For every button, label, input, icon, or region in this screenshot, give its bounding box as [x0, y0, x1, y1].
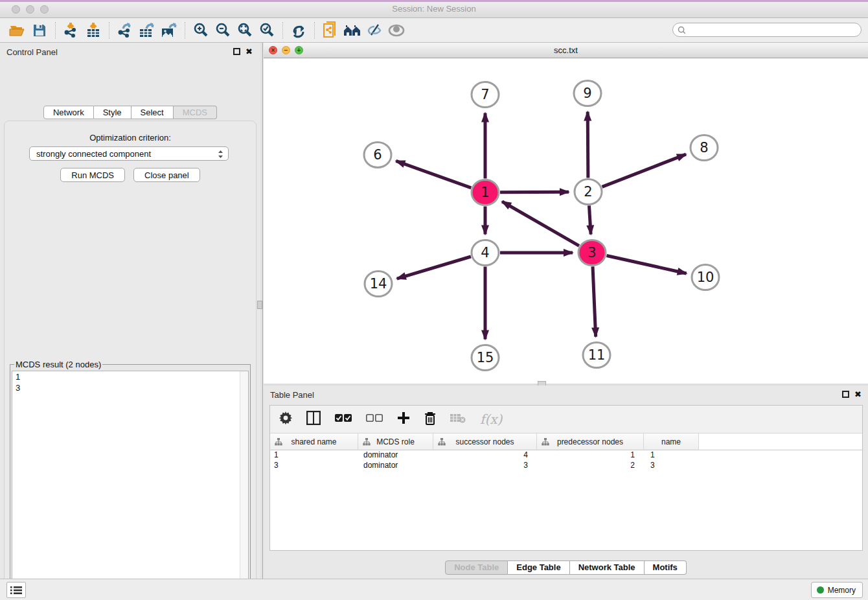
hide-graphics-icon[interactable]	[363, 21, 385, 40]
search-input[interactable]	[686, 25, 848, 34]
node-1[interactable]: 1	[472, 180, 499, 205]
cell-predecessor-nodes[interactable]: 2	[537, 461, 644, 471]
cell-name[interactable]: 1	[644, 450, 699, 461]
result-scrollbar[interactable]	[240, 371, 248, 600]
deselect-all-checkboxes-icon[interactable]	[366, 413, 383, 425]
node-15[interactable]: 15	[472, 345, 499, 371]
close-table-panel-icon[interactable]: ✖	[854, 389, 862, 399]
cell-MCDS-role[interactable]: dominator	[358, 450, 433, 461]
tab-node-table[interactable]: Node Table	[445, 560, 508, 575]
node-11[interactable]: 11	[583, 343, 610, 368]
column-header-MCDS-role[interactable]: MCDS role	[358, 433, 433, 450]
apply-layout-icon[interactable]	[288, 21, 310, 40]
dropdown-arrows-icon	[217, 149, 224, 159]
hierarchy-icon	[275, 438, 282, 446]
toolbar-separator	[282, 22, 283, 39]
node-10[interactable]: 10	[692, 265, 719, 290]
task-history-button[interactable]	[6, 582, 26, 598]
node-4[interactable]: 4	[472, 240, 499, 266]
vertical-splitter[interactable]	[260, 43, 263, 579]
edge-3-1[interactable]	[502, 202, 579, 246]
node-6[interactable]: 6	[364, 143, 391, 168]
cell-shared-name[interactable]: 3	[270, 461, 358, 471]
network-graph[interactable]: 7968124314101511	[264, 58, 868, 384]
criterion-dropdown[interactable]: strongly connected component	[29, 146, 229, 161]
edge-1-6[interactable]	[396, 161, 471, 188]
table-panel: Table Panel ✖	[264, 386, 868, 575]
float-panel-icon[interactable]	[233, 48, 240, 55]
control-panel-tabs: NetworkStyleSelectMCDS	[0, 106, 260, 119]
cell-successor-nodes[interactable]: 3	[433, 461, 537, 471]
node-7[interactable]: 7	[472, 82, 499, 108]
panel-columns-icon[interactable]	[306, 411, 321, 428]
edge-1-2[interactable]	[500, 192, 569, 192]
network-canvas[interactable]: 7968124314101511	[264, 58, 868, 384]
edge-2-8[interactable]	[602, 154, 686, 187]
optimization-criterion-label: Optimization criterion:	[5, 133, 256, 143]
cell-name[interactable]: 3	[644, 461, 699, 471]
toolbar-separator	[185, 22, 185, 39]
cell-MCDS-role[interactable]: dominator	[358, 461, 433, 471]
tab-edge-table[interactable]: Edge Table	[508, 560, 569, 575]
open-session-icon[interactable]	[6, 21, 29, 40]
save-session-icon[interactable]	[29, 21, 51, 40]
edge-3-11[interactable]	[593, 266, 596, 336]
zoom-in-icon[interactable]	[190, 21, 212, 40]
edge-3-10[interactable]	[606, 256, 686, 273]
export-table-icon[interactable]	[136, 21, 158, 40]
application-window: Session: New Session	[0, 0, 868, 600]
clone-network-icon[interactable]	[319, 21, 341, 40]
mcds-panel: Optimization criterion: strongly connect…	[4, 121, 257, 600]
search-field[interactable]	[672, 23, 862, 37]
tab-select[interactable]: Select	[131, 106, 174, 119]
tab-mcds[interactable]: MCDS	[174, 106, 217, 119]
table-row[interactable]: 1dominator411	[270, 450, 862, 461]
node-9[interactable]: 9	[574, 81, 601, 106]
first-neighbors-icon[interactable]	[341, 21, 363, 40]
select-all-checkboxes-icon[interactable]	[335, 413, 352, 425]
toolbar-separator	[109, 22, 109, 39]
criterion-value: strongly connected component	[36, 149, 151, 159]
memory-button[interactable]: Memory	[811, 582, 863, 598]
node-14[interactable]: 14	[365, 271, 392, 297]
function-builder-icon[interactable]: f(x)	[480, 411, 502, 427]
close-panel-icon[interactable]: ✖	[246, 47, 253, 56]
cell-successor-nodes[interactable]: 4	[433, 450, 537, 461]
mcds-result-text[interactable]: 13	[12, 371, 249, 600]
node-8[interactable]: 8	[691, 135, 718, 161]
zoom-out-icon[interactable]	[212, 21, 234, 40]
column-header-shared-name[interactable]: shared name	[270, 433, 358, 450]
column-header-successor-nodes[interactable]: successor nodes	[433, 433, 537, 450]
add-column-icon[interactable]	[397, 411, 410, 427]
edge-4-14[interactable]	[397, 257, 471, 279]
delete-table-icon[interactable]	[450, 413, 466, 426]
cell-predecessor-nodes[interactable]: 1	[537, 450, 644, 461]
zoom-selected-icon[interactable]	[256, 21, 278, 40]
edge-2-9[interactable]	[588, 111, 588, 178]
cell-shared-name[interactable]: 1	[270, 450, 358, 461]
export-network-icon[interactable]	[114, 21, 136, 40]
run-mcds-button[interactable]: Run MCDS	[60, 168, 125, 182]
edge-2-3[interactable]	[589, 205, 591, 234]
table-settings-gear-icon[interactable]	[279, 411, 292, 427]
close-panel-button[interactable]: Close panel	[133, 168, 200, 182]
column-header-name[interactable]: name	[644, 433, 699, 450]
float-table-panel-icon[interactable]	[842, 391, 849, 398]
column-header-predecessor-nodes[interactable]: predecessor nodes	[537, 433, 644, 450]
node-2[interactable]: 2	[575, 179, 602, 205]
mcds-result-line: 1	[12, 371, 248, 382]
import-network-icon[interactable]	[60, 21, 82, 40]
tab-network[interactable]: Network	[43, 106, 94, 119]
node-3[interactable]: 3	[578, 240, 606, 266]
tab-style[interactable]: Style	[94, 106, 131, 119]
show-graphics-icon[interactable]	[385, 21, 407, 40]
vertical-splitter-handle[interactable]	[257, 301, 262, 309]
tab-network-table[interactable]: Network Table	[570, 560, 645, 575]
table-rows: 1dominator4113dominator323	[270, 450, 862, 471]
table-row[interactable]: 3dominator323	[270, 461, 862, 471]
tab-motifs[interactable]: Motifs	[645, 560, 687, 575]
import-table-icon[interactable]	[82, 21, 104, 40]
delete-column-icon[interactable]	[424, 411, 436, 428]
export-image-icon[interactable]	[158, 21, 180, 40]
zoom-fit-icon[interactable]	[234, 21, 256, 40]
